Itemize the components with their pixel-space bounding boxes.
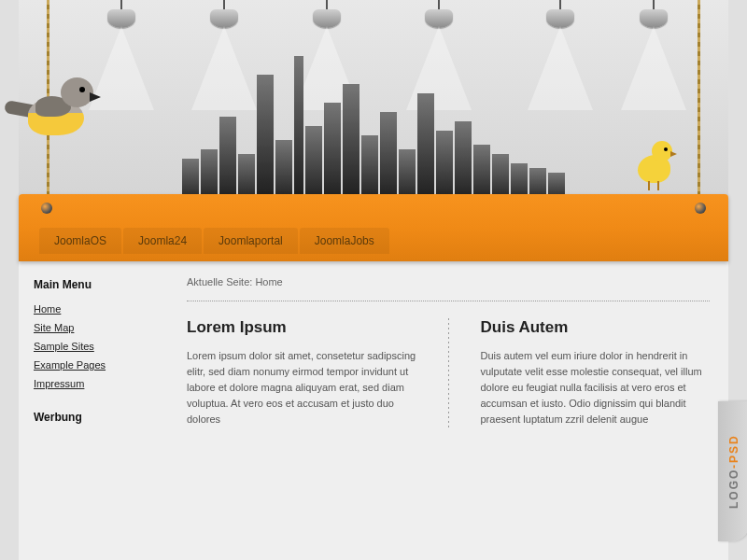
lamp-icon bbox=[635, 0, 672, 51]
nav-tab-joomlajobs[interactable]: JoomlaJobs bbox=[300, 228, 389, 254]
sidebar-heading-ads: Werbung bbox=[34, 411, 153, 424]
list-item: Sample Sites bbox=[34, 340, 153, 353]
breadcrumb: Aktuelle Seite: Home bbox=[187, 276, 710, 287]
lamp-icon bbox=[103, 0, 140, 51]
article-left: Lorem Ipsum Lorem ipsum dolor sit amet, … bbox=[187, 318, 416, 427]
page: JoomlaOS Joomla24 Joomlaportal JoomlaJob… bbox=[19, 0, 728, 560]
sidetab-part2: PSD bbox=[727, 434, 740, 463]
sidetab-part1: LOGO bbox=[727, 469, 740, 509]
rope-icon bbox=[698, 0, 700, 198]
article-heading: Duis Autem bbox=[481, 318, 711, 337]
main-panel: Aktuelle Seite: Home Lorem Ipsum Lorem i… bbox=[168, 261, 728, 560]
lamp-icon bbox=[205, 0, 243, 51]
content-area: Main Menu Home Site Map Sample Sites Exa… bbox=[19, 261, 728, 560]
article-right: Duis Autem Duis autem vel eum iriure dol… bbox=[481, 318, 711, 427]
chick-icon bbox=[633, 138, 680, 189]
menu-link-examplepages[interactable]: Example Pages bbox=[34, 359, 106, 371]
main-nav: JoomlaOS Joomla24 Joomlaportal JoomlaJob… bbox=[19, 194, 728, 261]
list-item: Impressum bbox=[34, 377, 153, 390]
article-body: Duis autem vel eum iriure dolor in hendr… bbox=[481, 348, 711, 427]
menu-link-home[interactable]: Home bbox=[34, 303, 61, 315]
bird-icon bbox=[9, 51, 112, 163]
list-item: Site Map bbox=[34, 321, 153, 334]
article-heading: Lorem Ipsum bbox=[187, 318, 416, 337]
article-columns: Lorem Ipsum Lorem ipsum dolor sit amet, … bbox=[187, 318, 710, 427]
menu-link-impressum[interactable]: Impressum bbox=[34, 378, 84, 389]
nav-tabs: JoomlaOS Joomla24 Joomlaportal JoomlaJob… bbox=[39, 228, 389, 254]
menu-link-samplesites[interactable]: Sample Sites bbox=[34, 341, 94, 352]
bolt-icon bbox=[695, 203, 706, 214]
breadcrumb-prefix: Aktuelle Seite: bbox=[187, 276, 255, 287]
sidetab-sep: - bbox=[727, 463, 740, 469]
header-illustration bbox=[19, 0, 728, 205]
bolt-icon bbox=[41, 203, 52, 214]
sidebar-heading-mainmenu: Main Menu bbox=[34, 278, 153, 291]
nav-tab-joomlaos[interactable]: JoomlaOS bbox=[39, 228, 121, 254]
nav-tab-joomla24[interactable]: Joomla24 bbox=[123, 228, 202, 254]
lamp-icon bbox=[308, 0, 345, 51]
list-item: Example Pages bbox=[34, 358, 153, 371]
list-item: Home bbox=[34, 302, 153, 315]
sidebar: Main Menu Home Site Map Sample Sites Exa… bbox=[19, 261, 168, 560]
divider-icon bbox=[187, 301, 710, 301]
city-skyline-icon bbox=[131, 56, 616, 205]
breadcrumb-current: Home bbox=[255, 276, 282, 287]
nav-tab-joomlaportal[interactable]: Joomlaportal bbox=[204, 228, 298, 254]
logo-psd-tab[interactable]: LOGO - PSD bbox=[718, 401, 747, 541]
column-divider-icon bbox=[448, 318, 449, 427]
article-body: Lorem ipsum dolor sit amet, consetetur s… bbox=[187, 348, 416, 427]
menu-link-sitemap[interactable]: Site Map bbox=[34, 322, 74, 333]
lamp-icon bbox=[420, 0, 458, 51]
lamp-icon bbox=[542, 0, 579, 51]
main-menu: Home Site Map Sample Sites Example Pages… bbox=[34, 302, 153, 390]
